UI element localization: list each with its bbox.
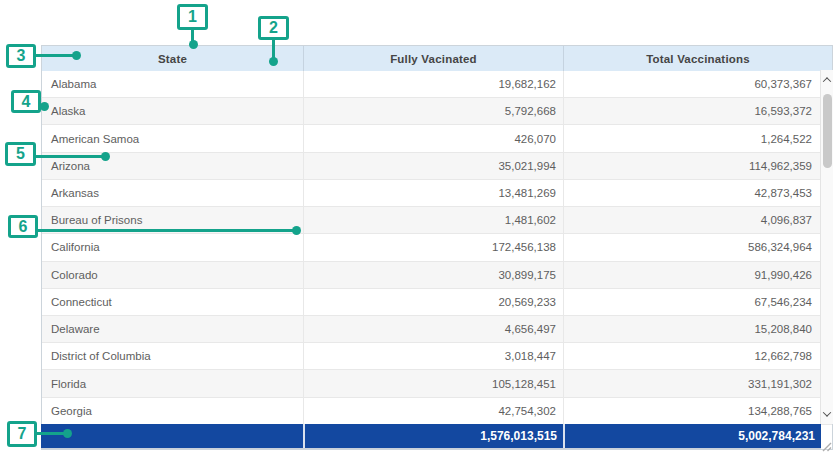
callout-6-dot	[292, 226, 301, 235]
total-vaccinations-cell[interactable]: 91,990,426	[563, 262, 832, 288]
fully-vaccinated-cell[interactable]: 1,481,602	[303, 207, 563, 233]
fully-vaccinated-cell[interactable]: 5,792,668	[303, 98, 563, 124]
fully-vaccinated-cell[interactable]: 42,754,302	[303, 398, 563, 424]
callout-7: 7	[7, 421, 37, 447]
callout-2: 2	[258, 16, 289, 40]
callout-1: 1	[177, 4, 208, 30]
state-cell[interactable]: District of Columbia	[42, 343, 303, 369]
callout-5: 5	[5, 142, 36, 166]
callout-6-line	[38, 229, 293, 232]
callout-4: 4	[11, 90, 41, 113]
callout-5-dot	[101, 152, 110, 161]
table-row[interactable]: Alabama 19,682,162 60,373,367	[42, 71, 832, 98]
totals-total-vaccinations-cell: 5,002,784,231	[563, 424, 821, 448]
total-vaccinations-cell[interactable]: 114,962,359	[563, 153, 832, 179]
scroll-down-button[interactable]	[821, 406, 833, 422]
fully-vaccinated-cell[interactable]: 105,128,451	[303, 370, 563, 396]
state-cell[interactable]: Connecticut	[42, 289, 303, 315]
table-row[interactable]: Florida 105,128,451 331,191,302	[42, 370, 832, 397]
total-vaccinations-cell[interactable]: 67,546,234	[563, 289, 832, 315]
chevron-down-icon	[823, 408, 831, 416]
fully-vaccinated-cell[interactable]: 172,456,138	[303, 234, 563, 260]
callout-1-dot	[189, 40, 198, 49]
table-row[interactable]: Connecticut 20,569,233 67,546,234	[42, 289, 832, 316]
callout-3-line	[36, 54, 76, 57]
fully-vaccinated-cell[interactable]: 30,899,175	[303, 262, 563, 288]
column-header-fully-vaccinated[interactable]: Fully Vacinated	[303, 46, 563, 71]
state-cell[interactable]: Alaska	[42, 98, 303, 124]
fully-vaccinated-cell[interactable]: 35,021,994	[303, 153, 563, 179]
total-vaccinations-cell[interactable]: 15,208,840	[563, 316, 832, 342]
callout-4-dot	[40, 102, 49, 111]
table-row[interactable]: Alaska 5,792,668 16,593,372	[42, 98, 832, 125]
table-row[interactable]: Colorado 30,899,175 91,990,426	[42, 262, 832, 289]
state-cell[interactable]: American Samoa	[42, 125, 303, 151]
fully-vaccinated-cell[interactable]: 4,656,497	[303, 316, 563, 342]
table-row[interactable]: Arkansas 13,481,269 42,873,453	[42, 180, 832, 207]
callout-5-line	[36, 155, 102, 158]
callout-2-dot	[269, 57, 278, 66]
table-row[interactable]: Georgia 42,754,302 134,288,765	[42, 398, 832, 425]
scroll-up-button[interactable]	[821, 72, 833, 88]
vaccinations-list-table: State Fully Vacinated Total Vaccinations…	[41, 45, 833, 450]
total-vaccinations-cell[interactable]: 586,324,964	[563, 234, 832, 260]
callout-3-dot	[72, 51, 81, 60]
table-row[interactable]: California 172,456,138 586,324,964	[42, 234, 832, 261]
fully-vaccinated-cell[interactable]: 19,682,162	[303, 71, 563, 97]
fully-vaccinated-cell[interactable]: 426,070	[303, 125, 563, 151]
total-vaccinations-cell[interactable]: 4,096,837	[563, 207, 832, 233]
state-cell[interactable]: Colorado	[42, 262, 303, 288]
table-body: Alabama 19,682,162 60,373,367 Alaska 5,7…	[42, 71, 832, 425]
total-vaccinations-cell[interactable]: 331,191,302	[563, 370, 832, 396]
state-cell[interactable]: Delaware	[42, 316, 303, 342]
callout-3: 3	[6, 44, 36, 68]
vertical-scrollbar[interactable]	[820, 70, 833, 424]
fully-vaccinated-cell[interactable]: 3,018,447	[303, 343, 563, 369]
column-header-state[interactable]: State	[42, 46, 303, 71]
table-row[interactable]: District of Columbia 3,018,447 12,662,79…	[42, 343, 832, 370]
state-cell[interactable]: Arkansas	[42, 180, 303, 206]
fully-vaccinated-cell[interactable]: 13,481,269	[303, 180, 563, 206]
state-cell[interactable]: California	[42, 234, 303, 260]
fully-vaccinated-cell[interactable]: 20,569,233	[303, 289, 563, 315]
state-cell[interactable]: Alabama	[42, 71, 303, 97]
column-header-total-vaccinations[interactable]: Total Vaccinations	[563, 46, 832, 71]
totals-row: 1,576,013,515 5,002,784,231	[41, 424, 821, 449]
state-cell[interactable]: Georgia	[42, 398, 303, 424]
total-vaccinations-cell[interactable]: 60,373,367	[563, 71, 832, 97]
total-vaccinations-cell[interactable]: 42,873,453	[563, 180, 832, 206]
resize-grip[interactable]	[821, 438, 832, 449]
table-row[interactable]: Delaware 4,656,497 15,208,840	[42, 316, 832, 343]
total-vaccinations-cell[interactable]: 134,288,765	[563, 398, 832, 424]
total-vaccinations-cell[interactable]: 1,264,522	[563, 125, 832, 151]
scrollbar-thumb[interactable]	[823, 94, 832, 168]
callout-7-line	[37, 432, 65, 435]
list-table-screenshot: State Fully Vacinated Total Vaccinations…	[0, 0, 833, 453]
chevron-up-icon	[823, 77, 831, 85]
callout-7-dot	[63, 429, 72, 438]
state-cell[interactable]: Florida	[42, 370, 303, 396]
resize-grip-icon	[821, 441, 832, 452]
totals-state-cell	[41, 424, 303, 448]
table-row[interactable]: Arizona 35,021,994 114,962,359	[42, 153, 832, 180]
callout-6: 6	[8, 215, 38, 238]
total-vaccinations-cell[interactable]: 12,662,798	[563, 343, 832, 369]
total-vaccinations-cell[interactable]: 16,593,372	[563, 98, 832, 124]
totals-fully-vaccinated-cell: 1,576,013,515	[303, 424, 563, 448]
table-header-row: State Fully Vacinated Total Vaccinations	[42, 46, 832, 71]
table-row[interactable]: American Samoa 426,070 1,264,522	[42, 125, 832, 152]
